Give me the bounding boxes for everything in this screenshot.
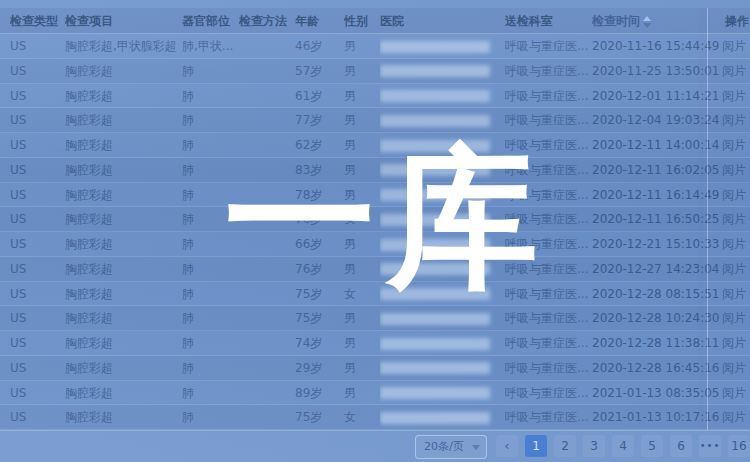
page-button-6[interactable]: 6 [670,435,692,457]
page-button-3[interactable]: 3 [583,435,605,457]
cell-gender: 男 [344,183,378,208]
cell-exam-type: US [10,84,60,109]
col-header-age: 年龄 [295,8,341,34]
col-header-method: 检查方法 [239,8,293,34]
cell-organ: 肺 [182,356,237,381]
cell-gender: 女 [344,207,378,232]
table-row: US胸腔彩超肺62岁男呼吸与重症医...2020-12-11 14:00:14阅… [0,133,750,158]
page-size-select[interactable]: 20条/页 [415,435,487,459]
cell-method [239,257,293,282]
cell-exam-item: 胸腔彩超 [65,331,180,356]
cell-method [239,108,293,133]
cell-exam-type: US [10,158,60,183]
cell-gender: 男 [344,257,378,282]
table-row: US胸腔彩超肺78岁男呼吸与重症医...2020-12-11 16:14:49阅… [0,183,750,208]
view-film-link[interactable]: 阅片 [722,39,746,53]
prev-page-button[interactable]: ‹ [496,435,518,457]
cell-age: 76岁 [295,207,341,232]
cell-age: 76岁 [295,257,341,282]
view-film-link[interactable]: 阅片 [722,188,746,202]
page-button-5[interactable]: 5 [641,435,663,457]
cell-exam-item: 胸腔彩超 [65,84,180,109]
sort-asc-icon[interactable] [643,16,651,28]
cell-exam-item: 胸腔彩超 [65,405,180,430]
cell-gender: 男 [344,381,378,406]
view-film-link[interactable]: 阅片 [722,410,746,424]
page-button-4[interactable]: 4 [612,435,634,457]
cell-method [239,232,293,257]
view-film-link[interactable]: 阅片 [722,336,746,350]
view-film-link[interactable]: 阅片 [722,287,746,301]
cell-department: 呼吸与重症医... [505,108,590,133]
page-button-2[interactable]: 2 [554,435,576,457]
table-row: US胸腔彩超肺29岁男呼吸与重症医...2020-12-28 16:45:16阅… [0,356,750,381]
cell-gender: 男 [344,108,378,133]
cell-exam-time: 2020-12-21 15:10:33 [592,232,720,257]
cell-age: 57岁 [295,59,341,84]
view-film-link[interactable]: 阅片 [722,113,746,127]
view-film-link[interactable]: 阅片 [722,311,746,325]
cell-exam-item: 胸腔彩超 [65,282,180,307]
cell-action: 阅片 [722,207,750,232]
cell-exam-type: US [10,381,60,406]
cell-department: 呼吸与重症医... [505,356,590,381]
cell-action: 阅片 [722,381,750,406]
cell-exam-time: 2020-12-04 19:03:24 [592,108,720,133]
cell-department: 呼吸与重症医... [505,59,590,84]
cell-method [239,158,293,183]
col-header-organ: 器官部位 [182,8,237,34]
table-row: US胸腔彩超肺83岁男呼吸与重症医...2020-12-11 16:02:05阅… [0,158,750,183]
more-pages-button[interactable]: ••• [699,435,721,457]
table-row: US胸腔彩超,甲状腺彩超肺,甲状...46岁男呼吸与重症医...2020-11-… [0,34,750,59]
cell-hospital [380,306,502,331]
cell-exam-item: 胸腔彩超 [65,306,180,331]
hospital-redacted-value [380,115,490,127]
table-row: US胸腔彩超肺77岁男呼吸与重症医...2020-12-04 19:03:24阅… [0,108,750,133]
cell-department: 呼吸与重症医... [505,257,590,282]
cell-method [239,207,293,232]
pager: ‹ 123456•••16 [496,435,750,457]
cell-organ: 肺 [182,183,237,208]
view-film-link[interactable]: 阅片 [722,138,746,152]
view-film-link[interactable]: 阅片 [722,89,746,103]
cell-hospital [380,158,502,183]
cell-gender: 男 [344,158,378,183]
exam-list-screen: 检查类型 检查项目 器官部位 检查方法 年龄 性别 医院 送检科室 检查时间 操… [0,0,750,462]
hospital-redacted-value [380,313,490,325]
cell-action: 阅片 [722,232,750,257]
exam-time-label: 检查时间 [592,14,640,28]
table-row: US胸腔彩超肺75岁女呼吸与重症医...2021-01-13 10:17:16阅… [0,405,750,430]
view-film-link[interactable]: 阅片 [722,163,746,177]
cell-method [239,405,293,430]
cell-exam-type: US [10,108,60,133]
page-button-1[interactable]: 1 [525,435,547,457]
view-film-link[interactable]: 阅片 [722,262,746,276]
table-row: US胸腔彩超肺66岁男呼吸与重症医...2020-12-21 15:10:33阅… [0,232,750,257]
cell-department: 呼吸与重症医... [505,232,590,257]
cell-department: 呼吸与重症医... [505,183,590,208]
view-film-link[interactable]: 阅片 [722,237,746,251]
cell-gender: 男 [344,306,378,331]
cell-action: 阅片 [722,405,750,430]
cell-exam-item: 胸腔彩超 [65,381,180,406]
cell-hospital [380,356,502,381]
cell-method [239,34,293,59]
cell-exam-item: 胸腔彩超 [65,158,180,183]
view-film-link[interactable]: 阅片 [722,212,746,226]
cell-exam-type: US [10,232,60,257]
cell-gender: 男 [344,356,378,381]
view-film-link[interactable]: 阅片 [722,386,746,400]
page-button-16[interactable]: 16 [728,435,750,457]
cell-gender: 男 [344,331,378,356]
hospital-redacted-value [380,41,490,53]
view-film-link[interactable]: 阅片 [722,361,746,375]
cell-hospital [380,59,502,84]
cell-exam-time: 2020-12-01 11:14:21 [592,84,720,109]
cell-action: 阅片 [722,257,750,282]
col-header-exam-time[interactable]: 检查时间 [592,8,720,34]
cell-hospital [380,331,502,356]
view-film-link[interactable]: 阅片 [722,64,746,78]
cell-method [239,306,293,331]
cell-exam-type: US [10,207,60,232]
cell-exam-time: 2020-12-28 16:45:16 [592,356,720,381]
